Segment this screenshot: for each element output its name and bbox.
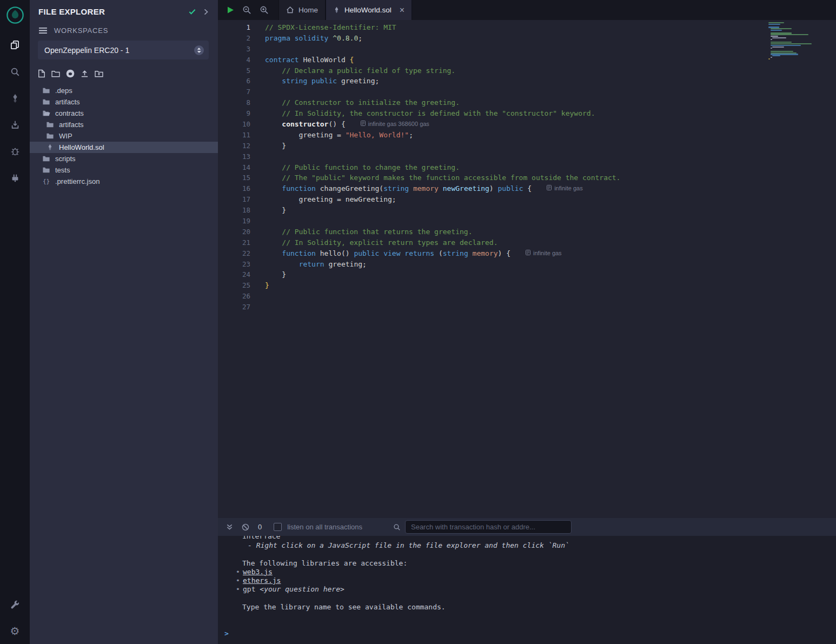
code-line[interactable]: 25} xyxy=(218,280,836,291)
close-tab-icon[interactable]: × xyxy=(400,6,404,15)
new-folder-icon[interactable] xyxy=(51,70,60,77)
terminal-link[interactable]: ethers.js xyxy=(243,576,281,585)
code-line[interactable]: 19 xyxy=(218,216,836,227)
code-line[interactable]: 5 // Declare a public field of type stri… xyxy=(218,65,836,76)
code-text xyxy=(260,216,265,227)
workspace-selected-value: OpenZeppelin ERC20 - 1 xyxy=(44,46,194,55)
folder-icon xyxy=(46,132,54,140)
code-line[interactable]: 3 xyxy=(218,44,836,55)
code-text: } xyxy=(260,280,269,291)
code-line[interactable]: 17 greeting = newGreeting; xyxy=(218,194,836,205)
tree-item-artifacts[interactable]: artifacts xyxy=(30,119,218,130)
code-line[interactable]: 14 // Public function to change the gree… xyxy=(218,162,836,173)
explorer-actions xyxy=(30,59,218,78)
tree-item-artifacts[interactable]: artifacts xyxy=(30,96,218,108)
line-number: 20 xyxy=(218,227,260,237)
tree-item-.deps[interactable]: .deps xyxy=(30,85,218,96)
tab-home[interactable]: Home xyxy=(278,0,326,20)
terminal-search-icon xyxy=(393,523,401,531)
tree-item-helloworld.sol[interactable]: HelloWorld.sol xyxy=(30,142,218,153)
workspace-switch-icon[interactable] xyxy=(194,45,204,55)
folder-icon xyxy=(42,155,50,163)
new-file-icon[interactable] xyxy=(38,69,45,78)
code-line[interactable]: 9 // In Solidity, the constructor is def… xyxy=(218,108,836,119)
code-line[interactable]: 8 // Constructor to initialize the greet… xyxy=(218,97,836,108)
gas-icon xyxy=(361,119,366,130)
code-line[interactable]: 24 } xyxy=(218,269,836,280)
code-lines: 1// SPDX-License-Identifier: MIT2pragma … xyxy=(218,22,836,313)
settings-gear-icon[interactable]: ⚙ xyxy=(0,618,30,644)
code-line[interactable]: 10 constructor() {infinite gas 368600 ga… xyxy=(218,119,836,130)
remix-logo-icon[interactable] xyxy=(6,6,24,26)
hamburger-menu-icon[interactable] xyxy=(38,27,48,34)
code-line[interactable]: 15 // The "public" keyword makes the fun… xyxy=(218,172,836,183)
check-icon[interactable] xyxy=(188,8,196,16)
terminal-line xyxy=(224,621,836,629)
clear-terminal-icon[interactable] xyxy=(242,523,249,531)
code-line[interactable]: 12 } xyxy=(218,141,836,151)
listen-transactions-checkbox[interactable] xyxy=(274,523,282,531)
collapse-terminal-icon[interactable] xyxy=(226,523,233,530)
code-line[interactable]: 2pragma solidity ^0.8.0; xyxy=(218,33,836,44)
solidity-compiler-icon[interactable] xyxy=(0,85,30,111)
gas-icon xyxy=(526,248,530,259)
code-line[interactable]: 23 return greeting; xyxy=(218,259,836,270)
line-number: 10 xyxy=(218,119,260,130)
workspace-select[interactable]: OpenZeppelin ERC20 - 1 xyxy=(38,41,209,59)
terminal[interactable]: interface- Right click on a JavaScript f… xyxy=(218,536,836,644)
tree-item-.prettierrc.json[interactable]: {}.prettierrc.json xyxy=(30,176,218,187)
tree-item-wip[interactable]: WIP xyxy=(30,130,218,142)
publish-upload-icon[interactable] xyxy=(81,70,89,78)
code-line[interactable]: 16 function changeGreeting(string memory… xyxy=(218,183,836,194)
gas-estimate-badge: infinite gas xyxy=(526,248,562,259)
zoom-out-icon[interactable] xyxy=(242,5,251,15)
code-line[interactable]: 7 xyxy=(218,87,836,97)
code-text: greeting = newGreeting; xyxy=(260,194,396,205)
zoom-in-icon[interactable] xyxy=(260,5,269,15)
code-line[interactable]: 21 // In Solidity, explicit return types… xyxy=(218,237,836,248)
line-number: 13 xyxy=(218,151,260,162)
terminal-line: interface xyxy=(224,536,836,541)
code-text: contract HelloWorld { xyxy=(260,55,354,65)
terminal-prompt-row[interactable]: > xyxy=(224,629,836,638)
tree-item-contracts[interactable]: contracts xyxy=(30,108,218,119)
tree-item-label: .deps xyxy=(55,87,72,95)
code-line[interactable]: 22 function hello() public view returns … xyxy=(218,248,836,259)
terminal-search-input[interactable] xyxy=(405,520,572,534)
chevron-right-icon[interactable] xyxy=(203,8,209,16)
bullet-icon: • xyxy=(236,568,243,576)
search-icon[interactable] xyxy=(0,58,30,85)
code-editor[interactable]: 1// SPDX-License-Identifier: MIT2pragma … xyxy=(218,20,836,518)
file-explorer-icon[interactable] xyxy=(0,32,30,58)
devtools-wrench-icon[interactable] xyxy=(0,591,30,618)
code-line[interactable]: 20 // Public function that returns the g… xyxy=(218,227,836,237)
code-line[interactable]: 11 greeting = "Hello, World!"; xyxy=(218,130,836,141)
run-script-button[interactable] xyxy=(227,6,234,14)
code-line[interactable]: 13 xyxy=(218,151,836,162)
main-area: Home HelloWorld.sol × 1// SPDX-License-I… xyxy=(218,0,836,644)
code-line[interactable]: 1// SPDX-License-Identifier: MIT xyxy=(218,22,836,33)
code-text: // In Solidity, the constructor is defin… xyxy=(260,108,595,119)
code-text xyxy=(260,291,265,302)
code-line[interactable]: 4contract HelloWorld { xyxy=(218,55,836,65)
load-folder-icon[interactable] xyxy=(95,70,103,77)
debugger-icon[interactable] xyxy=(0,138,30,164)
github-clone-icon[interactable] xyxy=(66,69,75,78)
terminal-line xyxy=(224,550,836,559)
code-line[interactable]: 18 } xyxy=(218,205,836,216)
terminal-link[interactable]: web3.js xyxy=(243,568,273,576)
tab-helloworld-sol[interactable]: HelloWorld.sol × xyxy=(326,0,412,20)
code-line[interactable]: 27 xyxy=(218,302,836,313)
minimap[interactable] xyxy=(768,22,834,63)
code-text xyxy=(260,151,265,162)
code-line[interactable]: 26 xyxy=(218,291,836,302)
tree-item-tests[interactable]: tests xyxy=(30,164,218,176)
plugin-manager-icon[interactable] xyxy=(0,164,30,191)
line-number: 6 xyxy=(218,76,260,87)
code-line[interactable]: 6 string public greeting; xyxy=(218,76,836,87)
tree-item-label: contracts xyxy=(55,109,84,117)
code-text: string public greeting; xyxy=(260,76,379,87)
line-number: 9 xyxy=(218,108,260,119)
deploy-run-icon[interactable] xyxy=(0,111,30,138)
tree-item-scripts[interactable]: scripts xyxy=(30,153,218,164)
